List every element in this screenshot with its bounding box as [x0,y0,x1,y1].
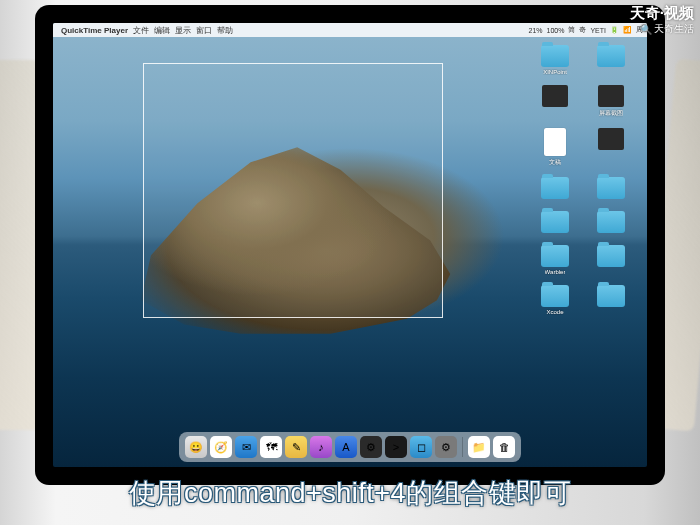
dock-divider [462,437,463,457]
status-percent-2[interactable]: 100% [547,27,565,34]
watermark-sub-text: 天奇生活 [654,22,694,36]
screen: QuickTime Player 文件 编辑 显示 窗口 帮助 21% 100%… [53,23,647,467]
desktop-icon[interactable] [587,128,635,167]
screenshot-selection-box[interactable] [143,63,443,318]
desktop-icon[interactable]: 文稿 [531,128,579,167]
desktop-icon[interactable]: Xcode [531,285,579,315]
desktop-icon[interactable] [587,245,635,275]
dock: 😀🧭✉🗺✎♪A⚙>◻⚙📁🗑 [179,432,521,462]
dock-app[interactable]: > [385,436,407,458]
folder-icon [541,245,569,267]
desktop-icon-label: 屏幕截图 [599,109,623,118]
status-percent-1[interactable]: 21% [529,27,543,34]
subtitle-caption: 使用command+shift+4的组合键即可 [0,475,700,511]
menubar: QuickTime Player 文件 编辑 显示 窗口 帮助 21% 100%… [53,23,647,37]
desktop-icons-area: XINPoint屏幕截图文稿WarblerXcode [531,45,641,321]
menu-help[interactable]: 帮助 [217,25,233,36]
desktop-icon[interactable]: 屏幕截图 [587,85,635,118]
desktop-icon[interactable] [587,285,635,315]
desktop-icon-label: XINPoint [543,69,567,75]
wifi-icon[interactable]: 📶 [623,26,632,34]
search-icon: 🔍 [640,24,652,35]
image-icon [542,85,568,107]
dock-app[interactable]: ✉ [235,436,257,458]
desktop-icon[interactable] [587,211,635,235]
folder-icon [541,45,569,67]
folder-icon [597,285,625,307]
menu-view[interactable]: 显示 [175,25,191,36]
dock-app[interactable]: ✎ [285,436,307,458]
status-icon[interactable]: 奇 [579,25,586,35]
dock-app[interactable]: ⚙ [360,436,382,458]
status-text[interactable]: YETI [590,27,606,34]
watermark-main: 天奇·视频 [630,4,694,23]
image-icon [598,128,624,150]
dock-app[interactable]: 🗑 [493,436,515,458]
dock-app[interactable]: ◻ [410,436,432,458]
battery-icon[interactable]: 🔋 [610,26,619,34]
desktop-icon-label: Xcode [546,309,563,315]
dock-app[interactable]: 🗺 [260,436,282,458]
folder-icon [541,177,569,199]
desktop-icon[interactable] [587,45,635,75]
desktop-icon[interactable]: XINPoint [531,45,579,75]
desktop-icon-label: Warbler [545,269,566,275]
folder-icon [541,285,569,307]
dock-app[interactable]: 😀 [185,436,207,458]
imac-frame: QuickTime Player 文件 编辑 显示 窗口 帮助 21% 100%… [35,5,665,485]
desktop-icon[interactable] [531,177,579,201]
dock-app[interactable]: A [335,436,357,458]
dock-app[interactable]: 📁 [468,436,490,458]
watermark-sub: 🔍 天奇生活 [640,22,694,36]
folder-icon [597,245,625,267]
folder-icon [541,211,569,233]
desktop-icon[interactable] [587,177,635,201]
menu-file[interactable]: 文件 [133,25,149,36]
file-icon [544,128,566,156]
desktop-icon[interactable]: Warbler [531,245,579,275]
app-menu[interactable]: QuickTime Player [61,26,128,35]
dock-app[interactable]: ♪ [310,436,332,458]
folder-icon [597,211,625,233]
folder-icon [597,177,625,199]
status-input[interactable]: 简 [568,25,575,35]
image-icon [598,85,624,107]
desktop-icon-label: 文稿 [549,158,561,167]
menu-edit[interactable]: 编辑 [154,25,170,36]
decor-book-left [0,60,40,430]
dock-app[interactable]: ⚙ [435,436,457,458]
desktop-icon[interactable] [531,85,579,118]
folder-icon [597,45,625,67]
dock-app[interactable]: 🧭 [210,436,232,458]
desktop-icon[interactable] [531,211,579,235]
menu-window[interactable]: 窗口 [196,25,212,36]
